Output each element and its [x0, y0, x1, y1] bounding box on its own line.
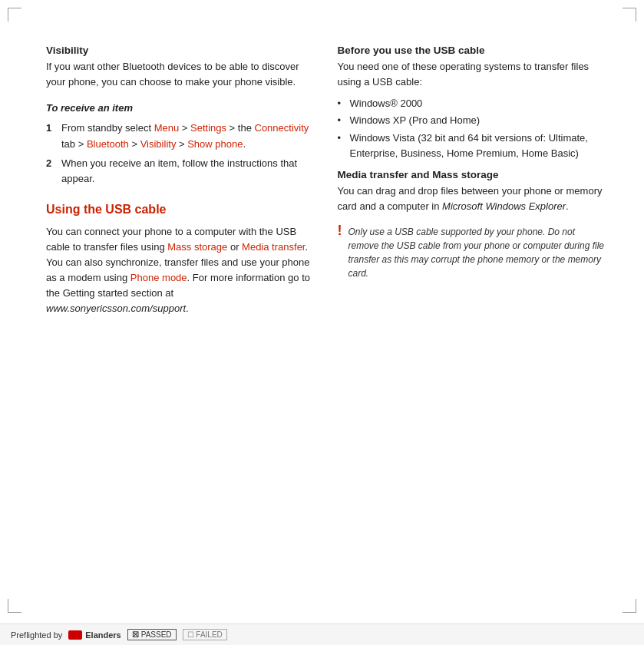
- note-text: Only use a USB cable supported by your p…: [348, 225, 606, 280]
- os-1-text: Windows® 2000: [350, 96, 423, 111]
- bullet-2: •: [338, 113, 345, 128]
- failed-label: FAILED: [196, 630, 222, 639]
- to-receive-heading: To receive an item: [46, 101, 315, 116]
- before-usb-text: You need one of these operating systems …: [338, 59, 606, 90]
- bullet-3: •: [338, 131, 345, 161]
- passed-check-icon: ☒: [132, 630, 139, 639]
- settings-link[interactable]: Settings: [190, 122, 226, 134]
- before-usb-heading: Before you use the USB cable: [338, 45, 606, 56]
- corner-mark-tr: [623, 8, 636, 22]
- os-2-text: Windows XP (Pro and Home): [350, 113, 481, 128]
- usb-body: You can connect your phone to a computer…: [46, 224, 315, 317]
- connectivity-link[interactable]: Connectivity: [255, 122, 309, 134]
- step-1-text: From standby select Menu > Settings > th…: [61, 121, 315, 151]
- bullet-1: •: [338, 96, 345, 111]
- os-item-1: • Windows® 2000: [338, 96, 606, 111]
- step-2: 2 When you receive an item, follow the i…: [46, 156, 315, 187]
- media-transfer-heading: Media transfer and Mass storage: [338, 169, 606, 180]
- os-list: • Windows® 2000 • Windows XP (Pro and Ho…: [338, 96, 606, 161]
- step-1-number: 1: [46, 121, 55, 151]
- show-phone-link[interactable]: Show phone: [187, 138, 243, 150]
- passed-badge: ☒ PASSED: [127, 629, 177, 640]
- right-column: Before you use the USB cable You need on…: [338, 29, 606, 603]
- usb-heading: Using the USB cable: [46, 200, 315, 220]
- mass-storage-link[interactable]: Mass storage: [167, 241, 227, 253]
- media-transfer-text: You can drag and drop files between your…: [338, 184, 606, 214]
- failed-box-icon: ☐: [187, 630, 194, 639]
- os-3-text: Windows Vista (32 bit and 64 bit version…: [350, 131, 606, 161]
- usb-url: www.sonyericsson.com/support: [46, 303, 186, 314]
- preflight-bar: Preflighted by Elanders ☒ PASSED ☐ FAILE…: [0, 624, 644, 645]
- visibility-text: If you want other Bluetooth devices to b…: [46, 59, 315, 90]
- step-1: 1 From standby select Menu > Settings > …: [46, 121, 315, 151]
- visibility-heading: Visibility: [46, 45, 315, 56]
- corner-mark-br: [623, 599, 636, 613]
- failed-badge: ☐ FAILED: [183, 629, 227, 640]
- menu-link[interactable]: Menu: [154, 122, 180, 134]
- elanders-name: Elanders: [85, 630, 121, 640]
- passed-label: PASSED: [141, 630, 172, 639]
- phone-mode-link[interactable]: Phone mode: [130, 272, 187, 283]
- os-item-3: • Windows Vista (32 bit and 64 bit versi…: [338, 131, 606, 161]
- corner-mark-bl: [8, 599, 21, 613]
- bluetooth-link[interactable]: Bluetooth: [87, 138, 129, 150]
- corner-mark-tl: [8, 8, 21, 22]
- step-2-number: 2: [46, 156, 55, 187]
- elanders-icon: [68, 630, 82, 640]
- preflighted-label: Preflighted by: [11, 630, 62, 640]
- os-item-2: • Windows XP (Pro and Home): [338, 113, 606, 128]
- elanders-logo: Elanders: [68, 630, 121, 640]
- media-transfer-link[interactable]: Media transfer: [242, 241, 305, 253]
- left-column: Visibility If you want other Bluetooth d…: [46, 29, 315, 603]
- note-icon: !: [338, 223, 342, 237]
- step-2-text: When you receive an item, follow the ins…: [61, 156, 315, 187]
- steps-list: 1 From standby select Menu > Settings > …: [46, 121, 315, 187]
- content-area: Visibility If you want other Bluetooth d…: [46, 29, 606, 603]
- windows-explorer-italic: Microsoft Windows Explorer: [442, 200, 566, 212]
- visibility-link[interactable]: Visibility: [140, 138, 177, 150]
- note-box: ! Only use a USB cable supported by your…: [338, 225, 606, 286]
